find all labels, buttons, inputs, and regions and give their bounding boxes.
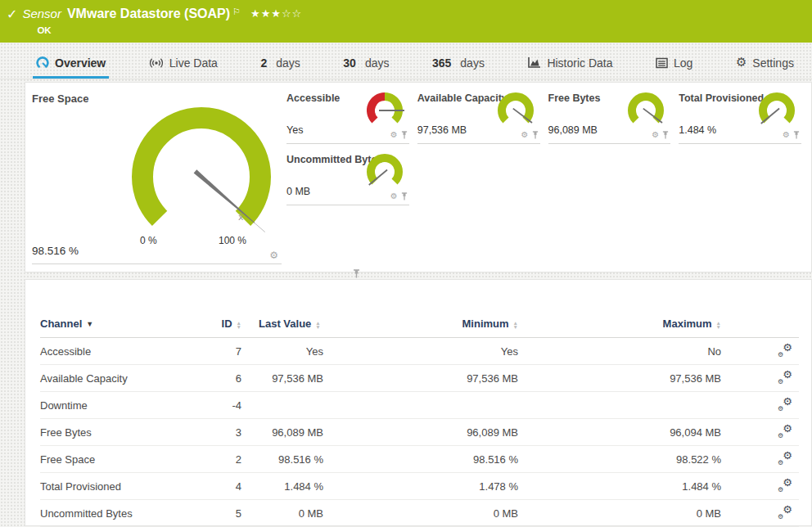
sort-icon: ▲▼ [716, 321, 721, 329]
gauge-value: 98.516 % [32, 245, 79, 257]
gauge-title: Free Space [32, 92, 88, 105]
channel-settings-icon[interactable]: ⚙⚙ [778, 505, 792, 520]
gauge-tile-accessible: Accessible Yes ⚙ [286, 83, 409, 144]
tab-log[interactable]: Log [652, 49, 696, 79]
tab-live-data[interactable]: Live Data [146, 49, 221, 79]
gauge-tile-uncommitted-bytes: Uncommitted Bytes 0 MB ⚙ [286, 144, 409, 205]
channel-name: Downtime [40, 392, 189, 419]
edit-channel-gear-icon[interactable]: ⚙ [390, 131, 398, 139]
sort-desc-icon: ▼ [86, 320, 93, 328]
channel-settings-icon[interactable]: ⚙⚙ [778, 370, 792, 385]
log-icon [656, 57, 668, 69]
channel-settings-icon[interactable]: ⚙⚙ [778, 397, 792, 412]
tab-bar: Overview Live Data 2 days 30 days 365 da… [0, 49, 812, 79]
edit-channel-gear-icon[interactable]: ⚙ [269, 250, 278, 260]
average-marker: x̄ [238, 212, 244, 223]
column-header-id[interactable]: ID▲▼ [189, 314, 241, 338]
gauge-tile-available-capacity: Available Capacity 97,536 MB ⚙ [417, 83, 540, 144]
column-header-channel[interactable]: Channel▼ [40, 314, 189, 338]
free-space-gauge [115, 101, 287, 241]
channel-settings-icon[interactable]: ⚙⚙ [778, 343, 792, 358]
gauge-icon [36, 56, 49, 70]
tab-2-days[interactable]: 2 days [257, 49, 303, 79]
tab-settings[interactable]: ⚙ Settings [733, 49, 797, 79]
accessible-gauge [362, 91, 408, 132]
channel-name: Free Space [40, 446, 189, 473]
broadcast-icon [149, 56, 164, 70]
channel-name: Uncommitted Bytes [40, 500, 189, 527]
table-row: Downtime -4 ⚙⚙ [40, 392, 799, 419]
overview-gauges-panel: Free Space x̄ 0 % 100 % 98.516 % ⚙ Acces… [25, 82, 812, 273]
channel-settings-icon[interactable]: ⚙⚙ [778, 478, 792, 493]
gauge-scale-min: 0 % [140, 235, 157, 246]
table-row: Free Bytes 3 96,089 MB 96,089 MB 96,094 … [40, 419, 799, 446]
table-row: Total Provisioned 4 1.484 % 1.478 % 1.48… [40, 473, 799, 500]
channels-table-panel: Channel▼ ID▲▼ Last Value▲▼ Minimum▲▼ Max… [25, 279, 812, 526]
table-row: Accessible 7 Yes Yes No ⚙⚙ [40, 338, 799, 365]
ok-check-icon: ✓ [7, 7, 17, 22]
channels-table: Channel▼ ID▲▼ Last Value▲▼ Minimum▲▼ Max… [40, 314, 799, 527]
sort-icon: ▲▼ [315, 321, 320, 329]
tab-30-days[interactable]: 30 days [340, 49, 392, 79]
pin-icon[interactable] [793, 131, 800, 139]
uncommitted-bytes-gauge [362, 152, 408, 193]
available-capacity-gauge [493, 91, 539, 132]
star-rating[interactable]: ★★★☆☆ [250, 6, 302, 22]
table-row: Uncommitted Bytes 5 0 MB 0 MB 0 MB ⚙⚙ [40, 500, 799, 527]
edit-channel-gear-icon[interactable]: ⚙ [783, 131, 790, 139]
column-header-last-value[interactable]: Last Value▲▼ [241, 314, 323, 338]
tab-overview[interactable]: Overview [33, 49, 109, 79]
table-row: Free Space 2 98.516 % 98.516 % 98.522 % … [40, 446, 799, 473]
page-title: VMware Datastore (SOAP) [67, 6, 230, 22]
edit-channel-gear-icon[interactable]: ⚙ [390, 192, 398, 200]
column-header-minimum[interactable]: Minimum▲▼ [323, 314, 518, 338]
priority-flag-icon[interactable]: ⚐ [232, 4, 241, 20]
sort-icon: ▲▼ [237, 321, 241, 329]
channel-settings-icon[interactable]: ⚙⚙ [778, 424, 792, 439]
gauge-tile-free-bytes: Free Bytes 96,089 MB ⚙ [548, 83, 671, 144]
tab-historic-data[interactable]: Historic Data [524, 49, 616, 79]
object-kind-label: Sensor [22, 6, 61, 22]
column-header-maximum[interactable]: Maximum▲▼ [518, 314, 721, 338]
gauge-tile-free-space: Free Space x̄ 0 % 100 % 98.516 % ⚙ [32, 83, 282, 264]
gear-icon: ⚙ [736, 56, 747, 69]
pin-icon[interactable] [401, 131, 408, 139]
channel-name: Accessible [40, 338, 189, 365]
table-row: Available Capacity 6 97,536 MB 97,536 MB… [40, 365, 799, 392]
pin-icon[interactable] [353, 269, 360, 278]
area-chart-icon [527, 56, 541, 69]
free-bytes-gauge [623, 91, 669, 132]
channel-name: Free Bytes [40, 419, 189, 446]
small-gauges-grid: Accessible Yes ⚙ Available Capacity [282, 83, 811, 272]
pin-icon[interactable] [401, 192, 408, 200]
pin-icon[interactable] [662, 131, 669, 139]
status-badge: OK [37, 25, 302, 35]
edit-channel-gear-icon[interactable]: ⚙ [521, 131, 529, 139]
channel-name: Total Provisioned [40, 473, 189, 500]
gauge-tile-total-provisioned: Total Provisioned 1.484 % ⚙ [679, 83, 801, 144]
sort-icon: ▲▼ [513, 321, 518, 329]
sensor-header: ✓ Sensor VMware Datastore (SOAP) ⚐ ★★★☆☆… [0, 0, 812, 43]
edit-channel-gear-icon[interactable]: ⚙ [652, 131, 659, 139]
tab-365-days[interactable]: 365 days [429, 49, 488, 79]
gauge-scale-max: 100 % [219, 235, 246, 246]
total-provisioned-gauge [754, 91, 800, 132]
channel-settings-icon[interactable]: ⚙⚙ [778, 451, 792, 466]
channel-name: Available Capacity [40, 365, 189, 392]
pin-icon[interactable] [532, 131, 539, 139]
